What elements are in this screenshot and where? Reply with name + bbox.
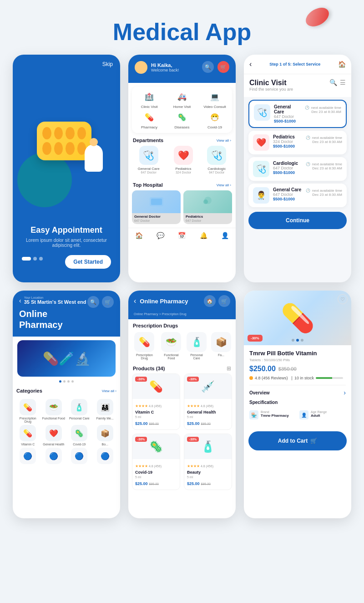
dept-cardiologic[interactable]: 🩺 Cardiologic 647 Doctor	[207, 146, 226, 174]
cat-covid[interactable]: 🦠 Covid-19	[68, 425, 91, 446]
detail-price: $250.00	[249, 365, 276, 373]
cart-button-icon: 🛒	[310, 438, 317, 444]
hospital-pediatrics[interactable]: Pediatrics 647 Doctor	[183, 190, 232, 224]
user-greeting: Hi Kaika,	[151, 62, 179, 68]
skip-button[interactable]: Skip	[13, 55, 120, 67]
product-general-health[interactable]: -30% 💉 ★★★★ 4.8 (456) General Health 5 m…	[184, 373, 232, 430]
presc-icon-care[interactable]: 🧴 Personal Care	[187, 332, 207, 360]
service-pharmacy[interactable]: 💊 Pharmacy	[134, 111, 165, 129]
bottom-navigation: 🏠 💬 📅 🔔 👤	[128, 228, 236, 242]
dot-2	[33, 257, 37, 261]
clock-icon: 🕐	[305, 106, 309, 110]
covid-icon: 😷	[207, 111, 222, 123]
screen5-title: Online Pharmacy	[140, 298, 200, 305]
back-icon[interactable]: ‹	[19, 297, 21, 304]
cart-icon-5[interactable]: 🛒	[218, 295, 230, 307]
departments-view-all[interactable]: View all ›	[217, 138, 231, 143]
categories-view-all[interactable]: View all ›	[102, 389, 116, 393]
service-diseases[interactable]: 🦠 Diseases	[167, 111, 197, 129]
cat-bo[interactable]: 📦 Bo...	[94, 425, 117, 446]
cat-prescription[interactable]: 💊 Prescription Drug	[16, 399, 40, 423]
age-value: Adult	[311, 414, 327, 418]
service-card-cardiologic[interactable]: 🩺 Cardiologic 647 Doctor $500-$1000 🕐 ne…	[248, 157, 347, 181]
service-card-pediatrics[interactable]: ❤️ Pediatrics 324 Doctor $500-$1000 🕐 ne…	[248, 131, 347, 154]
cart-icon[interactable]: 🛒	[217, 61, 229, 73]
cat-vitaminc[interactable]: 💊 Vitamin C	[16, 425, 40, 446]
cat-family-icon: 👨‍👩‍👧	[97, 399, 113, 415]
get-started-button[interactable]: Get Started	[65, 255, 111, 269]
filter-icon[interactable]: ⊞	[227, 365, 231, 372]
cat-item-extra-2[interactable]: 🔵	[42, 448, 66, 465]
hospitals-view-all[interactable]: View all ›	[217, 183, 231, 187]
cat-item-extra-3[interactable]: 🔵	[68, 448, 91, 465]
cat-functional-food[interactable]: 🥗 Functional Food	[42, 399, 66, 423]
banner-dot-1	[59, 380, 61, 383]
service-card-general-care-2[interactable]: 👨‍⚕️ General Care 647 Doctor $500-$1000 …	[248, 184, 347, 207]
service-card-general-care-1[interactable]: 🩺 General Care 647 Doctor $500-$1000 🕐 n…	[248, 100, 347, 128]
detail-original-price: $350.00	[278, 366, 297, 372]
service-clinic-visit[interactable]: 🏥 Clinic Visit	[134, 90, 165, 109]
screen4-container: ‹ Your Location 35 St Martin's St West e…	[13, 291, 120, 518]
home-nav-icon[interactable]: 🏠	[338, 61, 346, 68]
spec-grid: 🏪 Brand Tmrw Pharmacy 👤 Age Range Adult	[249, 408, 346, 422]
age-icon: 👤	[299, 410, 308, 419]
food-icon-box: 🥗	[161, 332, 181, 352]
nav-chat[interactable]: 💬	[157, 232, 164, 239]
product-detail-sub: Tablets : 50/100/150 Pills	[249, 358, 346, 362]
search-icon[interactable]: 🔍	[87, 296, 99, 308]
service-covid[interactable]: 😷 Covid-19	[199, 111, 230, 129]
search-icon[interactable]: 🔍	[329, 79, 337, 86]
cat-general-health[interactable]: ❤️ General Health	[42, 425, 66, 446]
cat-family-med[interactable]: 👨‍👩‍👧 Family Me...	[94, 399, 117, 423]
service-icon-general-1: 🩺	[254, 104, 270, 121]
care-icon-box: 🧴	[187, 332, 207, 352]
product-detail-image: 💊 -30% ♡	[244, 291, 351, 345]
cat-personal-care[interactable]: 🧴 Personal Care	[68, 399, 91, 423]
presc-icon-drug[interactable]: 💊 Prescription Drug	[133, 332, 156, 360]
search-icon[interactable]: 🔍	[202, 61, 214, 73]
home-icon-5[interactable]: 🏠	[204, 295, 216, 307]
product-detail-name: Tmrw Pill Bottle Vitamin	[249, 350, 346, 357]
wishlist-icon[interactable]: ♡	[338, 294, 348, 304]
cat-item-extra-4[interactable]: 🔵	[94, 448, 117, 465]
cart-icon[interactable]: 🛒	[102, 296, 114, 308]
video-consult-icon: 💻	[207, 90, 222, 103]
nav-profile[interactable]: 👤	[221, 232, 229, 239]
screen4-header: ‹ Your Location 35 St Martin's St West e…	[13, 291, 120, 337]
categories-grid-2: 💊 Vitamin C ❤️ General Health 🦠 Covid-19…	[16, 425, 116, 446]
cat-item-extra-1[interactable]: 🔵	[16, 448, 40, 465]
dot-1	[22, 257, 31, 261]
menu-icon[interactable]: ☰	[340, 79, 346, 86]
categories-grid-3: 🔵 🔵 🔵 🔵	[16, 448, 116, 465]
service-video-consult[interactable]: 💻 Video Consult	[199, 90, 230, 109]
nav-calendar[interactable]: 📅	[178, 232, 186, 239]
nav-bell[interactable]: 🔔	[200, 232, 207, 239]
presc-icon-food[interactable]: 🥗 Functional Food	[161, 332, 182, 360]
add-to-cart-button[interactable]: Add to Cart 🛒	[248, 431, 347, 450]
product-badge-1: -30%	[135, 377, 147, 382]
product-badge-3: -30%	[135, 437, 147, 442]
back-arrow-5[interactable]: ‹	[134, 297, 136, 305]
product-vitamin-c[interactable]: -30% 💊 ★★★★ 4.8 (456) Vitamin C 5 ml $25…	[132, 373, 180, 430]
clinic-subtitle: Find the service you are	[249, 87, 293, 92]
nav-home[interactable]: 🏠	[135, 232, 143, 239]
dept-general-care[interactable]: 🩺 General Care 647 Doctor	[138, 146, 160, 174]
hospital-general-doctor[interactable]: General Doctor 647 Doctor	[132, 190, 181, 224]
categories-grid-1: 💊 Prescription Drug 🥗 Functional Food 🧴 …	[16, 399, 116, 423]
continue-button[interactable]: Continue	[248, 212, 347, 229]
drug-icon-box: 💊	[134, 332, 154, 352]
presc-icon-fa[interactable]: 📦 Fa...	[211, 332, 231, 360]
chevron-right-icon[interactable]: ›	[344, 389, 346, 396]
svg-point-3	[203, 199, 208, 204]
dept-pediatrics[interactable]: ❤️ Pediatrics 324 Doctor	[174, 146, 193, 174]
spec-brand: 🏪 Brand Tmrw Pharmacy	[249, 410, 296, 419]
product-covid-19[interactable]: -30% 🦠 ★★★★ 4.8 (456) Covid-19 5 ml $25.…	[132, 434, 180, 490]
service-home-visit[interactable]: 🚑 Home Visit	[167, 90, 197, 109]
back-arrow-icon[interactable]: ‹	[249, 60, 252, 68]
user-avatar	[135, 61, 147, 74]
screen3-header: Clinic Visit Find the service you are 🔍 …	[244, 74, 351, 97]
clinic-visit-screen: ‹ Step 1 of 5: Select Service 🏠 Clinic V…	[244, 55, 351, 282]
product-beauty[interactable]: -30% 🧴 ★★★★ 4.8 (456) Beauty 5 ml $25.00…	[184, 434, 232, 490]
doctor-figure	[85, 144, 103, 172]
cat-food-icon: 🥗	[46, 399, 62, 415]
